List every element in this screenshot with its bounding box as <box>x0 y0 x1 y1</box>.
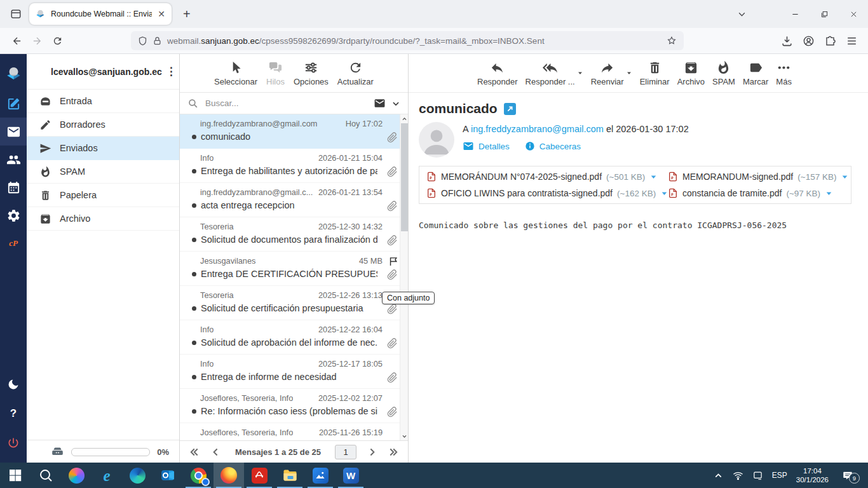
scroll-thumb[interactable] <box>401 123 408 231</box>
attachment-caret-icon[interactable] <box>649 173 658 181</box>
toolbar-button-cursor[interactable]: Seleccionar <box>214 60 257 86</box>
taskbar-photos-icon[interactable] <box>305 463 336 488</box>
clock[interactable]: 17:04 30/1/2026 <box>796 466 829 484</box>
rail-mail-icon[interactable] <box>0 118 27 146</box>
toolbar-button-refresh[interactable]: Actualizar <box>337 60 374 86</box>
firefox-view-icon[interactable] <box>6 4 25 24</box>
extensions-icon[interactable] <box>824 35 836 47</box>
toolbar-button-trash[interactable]: Eliminar <box>640 60 670 86</box>
close-button[interactable] <box>839 0 868 28</box>
shield-icon[interactable] <box>138 36 147 46</box>
taskbar-acrobat-icon[interactable] <box>244 463 275 488</box>
toolbar-button-reply[interactable]: Responder <box>477 60 518 86</box>
list-scrollbar[interactable] <box>400 114 408 440</box>
sidebar-folder-entrada[interactable]: Entrada <box>27 90 179 113</box>
forward-icon[interactable] <box>27 30 47 51</box>
language-indicator[interactable]: ESP <box>772 471 787 480</box>
taskbar-explorer-icon[interactable] <box>275 463 305 488</box>
toolbar-button-more[interactable]: Más <box>776 60 792 86</box>
rail-moon-icon[interactable] <box>0 372 27 397</box>
message-list-item[interactable]: Joseflores, Tesoreria, Info 2025-11-26 1… <box>180 423 408 440</box>
first-page-icon[interactable] <box>189 447 200 458</box>
rail-settings-icon[interactable] <box>0 201 27 229</box>
message-list-item[interactable]: Jesusgavilanes 45 MB Entrega DE CERTIFIC… <box>180 252 408 286</box>
rail-cpanel-icon[interactable]: cP <box>0 229 27 257</box>
menu-icon[interactable] <box>846 35 858 47</box>
dropdown-caret-icon[interactable] <box>626 70 632 76</box>
downloads-icon[interactable] <box>781 35 793 47</box>
toolbar-button-chats[interactable]: Hilos <box>266 60 285 86</box>
sidebar-folder-spam[interactable]: SPAM <box>27 160 179 184</box>
taskbar-copilot-icon[interactable] <box>61 463 92 488</box>
attachment-caret-icon[interactable] <box>841 173 849 181</box>
search-input[interactable] <box>204 98 368 109</box>
open-in-new-window-icon[interactable] <box>504 103 516 115</box>
taskbar-search-icon[interactable] <box>31 463 61 488</box>
message-list-item[interactable]: Tesoreria 2025-12-26 13:13 Solicitud de … <box>180 286 408 320</box>
rail-compose-icon[interactable] <box>0 90 27 118</box>
attachment-item[interactable]: MEMORANDUM-signed.pdf (~157 KB) <box>668 172 844 182</box>
headers-link[interactable]: Cabeceras <box>539 142 581 151</box>
taskbar-word-icon[interactable]: W <box>336 463 366 488</box>
sidebar-folder-papelera[interactable]: Papelera <box>27 184 179 207</box>
message-list-item[interactable]: ing.freddyzambrano@gmail.c... 2026-01-21… <box>180 183 408 217</box>
page-number-input[interactable]: 1 <box>335 445 356 459</box>
message-list-item[interactable]: Info 2025-12-17 18:05 Entrega de informe… <box>180 355 408 389</box>
url-bar[interactable]: webmail.sanjuan.gob.ec/cpsess9598262699/… <box>131 31 684 50</box>
tray-chevron-up-icon[interactable] <box>713 470 724 481</box>
list-all-tabs-icon[interactable] <box>727 0 756 28</box>
message-list-item[interactable]: Info 2025-12-22 16:04 Solicitud de aprob… <box>180 320 408 355</box>
notifications-icon[interactable]: 9 <box>841 470 854 481</box>
message-list-item[interactable]: Info 2026-01-21 15:04 Entrega de habilit… <box>180 149 408 183</box>
taskbar-edge-icon[interactable] <box>122 463 153 488</box>
account-icon[interactable] <box>803 35 815 47</box>
account-menu-icon[interactable]: ⋮ <box>162 65 180 78</box>
attachment-item[interactable]: MEMORÁNDUM N°074-2025-signed.pdf (~501 K… <box>426 172 668 182</box>
scroll-up-icon[interactable] <box>400 114 408 123</box>
minimize-button[interactable] <box>780 0 810 28</box>
toolbar-button-replyall[interactable]: Responder ... <box>526 60 575 86</box>
taskbar-ie-icon[interactable]: e <box>92 463 122 488</box>
message-list-item[interactable]: Joseflores, Tesoreria, Info 2025-12-02 1… <box>180 389 408 423</box>
dropdown-caret-icon[interactable] <box>577 70 583 76</box>
attachment-item[interactable]: constancia de tramite.pdf (~97 KB) <box>668 188 844 198</box>
sidebar-folder-archivo[interactable]: Archivo <box>27 207 179 231</box>
browser-tab[interactable]: Roundcube Webmail :: Enviados ✕ <box>29 3 172 25</box>
new-tab-button[interactable]: + <box>179 6 194 22</box>
rail-help-icon[interactable]: ? <box>0 401 27 426</box>
attachment-item[interactable]: OFICIO LIWINS para contratista-signed.pd… <box>426 188 668 198</box>
taskbar-start-icon[interactable] <box>0 463 31 488</box>
scroll-down-icon[interactable] <box>400 431 408 440</box>
toolbar-button-tag[interactable]: Marcar <box>743 60 768 86</box>
toolbar-button-forward[interactable]: Reenviar <box>591 60 624 86</box>
lock-icon[interactable] <box>153 36 162 46</box>
pc-status-icon[interactable] <box>752 470 763 481</box>
rail-power-icon[interactable] <box>0 430 27 456</box>
search-options-chevron-icon[interactable] <box>391 99 400 108</box>
sidebar-folder-borradores[interactable]: Borradores <box>27 113 179 137</box>
taskbar-outlook-icon[interactable] <box>153 463 183 488</box>
message-list-item[interactable]: ing.freddyzambrano@gmail.com Hoy 17:02 c… <box>180 114 408 149</box>
url-text[interactable]: webmail.sanjuan.gob.ec/cpsess9598262699/… <box>167 36 661 46</box>
rail-calendar-icon[interactable] <box>0 173 27 201</box>
restore-button[interactable] <box>810 0 839 28</box>
message-list-item[interactable]: Tesoreria 2025-12-30 14:32 Solicitud de … <box>180 217 408 252</box>
last-page-icon[interactable] <box>388 447 398 458</box>
prev-page-icon[interactable] <box>210 447 221 458</box>
recipient-email-link[interactable]: ing.freddyzambrano@gmail.com <box>471 124 604 134</box>
rail-contacts-icon[interactable] <box>0 146 27 173</box>
tab-close-icon[interactable]: ✕ <box>157 10 166 18</box>
details-link[interactable]: Detalles <box>478 142 510 151</box>
taskbar-chrome-icon[interactable] <box>183 463 214 488</box>
search-scope-mail-icon[interactable] <box>374 97 386 109</box>
wifi-icon[interactable] <box>733 470 743 481</box>
toolbar-button-spam[interactable]: SPAM <box>712 60 735 86</box>
toolbar-button-archive[interactable]: Archivo <box>677 60 705 86</box>
next-page-icon[interactable] <box>367 447 377 458</box>
reload-icon[interactable] <box>47 30 67 51</box>
toolbar-button-sliders[interactable]: Opciones <box>294 60 329 86</box>
back-icon[interactable] <box>6 30 27 51</box>
sidebar-folder-enviados[interactable]: Enviados <box>27 137 179 160</box>
bookmark-star-icon[interactable] <box>667 36 677 46</box>
taskbar-firefox-icon[interactable] <box>214 463 244 488</box>
